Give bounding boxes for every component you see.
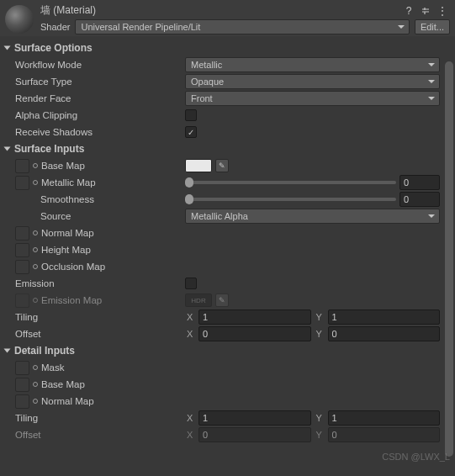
render-face-label: Render Face xyxy=(3,93,185,103)
base-map-picker-icon[interactable] xyxy=(33,163,38,168)
y-label: Y xyxy=(316,430,325,440)
surface-type-label: Surface Type xyxy=(3,77,185,87)
eyedropper-icon[interactable]: ✎ xyxy=(215,159,229,172)
metallic-value-field[interactable]: 0 xyxy=(399,175,440,190)
metallic-map-picker-icon[interactable] xyxy=(33,180,38,185)
menu-icon[interactable]: ⋮ xyxy=(436,5,448,17)
alpha-clipping-label: Alpha Clipping xyxy=(3,110,185,120)
emission-map-picker-icon xyxy=(33,298,38,303)
y-label: Y xyxy=(316,413,325,423)
shader-label: Shader xyxy=(40,22,70,32)
watermark: CSDN @LWX_L xyxy=(382,452,450,462)
x-label: X xyxy=(187,312,195,322)
detail-basemap-texture-slot[interactable] xyxy=(15,378,29,392)
normal-map-texture-slot[interactable] xyxy=(15,226,29,241)
alpha-clipping-checkbox[interactable] xyxy=(185,109,197,121)
offset-label: Offset xyxy=(3,329,185,339)
help-icon[interactable]: ? xyxy=(403,5,415,17)
metallic-map-label: Metallic Map xyxy=(41,177,96,188)
smoothness-value-field[interactable]: 0 xyxy=(399,192,440,207)
tiling-x-field[interactable]: 1 xyxy=(198,309,311,325)
emission-hdr-color: HDR xyxy=(185,294,212,307)
detail-tiling-label: Tiling xyxy=(3,413,185,423)
emission-checkbox[interactable] xyxy=(185,278,197,289)
base-map-label: Base Map xyxy=(41,161,85,171)
tiling-label: Tiling xyxy=(3,312,185,322)
y-label: Y xyxy=(316,312,325,322)
x-label: X xyxy=(187,329,195,339)
foldout-icon xyxy=(4,46,11,50)
shader-dropdown[interactable]: Universal Render Pipeline/Lit xyxy=(75,19,409,34)
eyedropper-icon: ✎ xyxy=(215,294,229,307)
edit-button[interactable]: Edit... xyxy=(415,19,450,34)
offset-y-field[interactable]: 0 xyxy=(328,326,441,341)
workflow-mode-label: Workflow Mode xyxy=(3,60,185,70)
foldout-icon xyxy=(4,349,11,353)
height-map-picker-icon[interactable] xyxy=(33,247,38,252)
foldout-icon xyxy=(4,147,11,151)
x-label: X xyxy=(187,430,195,440)
occlusion-map-picker-icon[interactable] xyxy=(33,264,38,269)
detail-offset-y-field[interactable]: 0 xyxy=(328,427,441,442)
smoothness-label: Smoothness xyxy=(3,194,185,204)
height-map-texture-slot[interactable] xyxy=(15,243,29,257)
metallic-map-texture-slot[interactable] xyxy=(15,176,29,190)
height-map-label: Height Map xyxy=(41,245,91,255)
workflow-mode-dropdown[interactable]: Metallic xyxy=(185,57,440,72)
detail-normalmap-picker-icon[interactable] xyxy=(33,399,38,404)
occlusion-map-texture-slot[interactable] xyxy=(15,260,29,274)
base-map-color[interactable] xyxy=(185,159,212,172)
detail-mask-label: Mask xyxy=(41,362,64,373)
render-face-dropdown[interactable]: Front xyxy=(185,91,440,106)
source-label: Source xyxy=(3,211,185,221)
section-surface-inputs[interactable]: Surface Inputs xyxy=(3,140,440,157)
emission-label: Emission xyxy=(3,278,185,288)
detail-tiling-x-field[interactable]: 1 xyxy=(198,410,311,426)
material-preview-sphere[interactable] xyxy=(5,5,34,34)
metallic-slider[interactable] xyxy=(185,181,396,184)
occlusion-map-label: Occlusion Map xyxy=(41,262,105,272)
detail-basemap-picker-icon[interactable] xyxy=(33,382,38,387)
detail-normalmap-label: Normal Map xyxy=(41,396,94,406)
source-dropdown[interactable]: Metallic Alpha xyxy=(185,209,440,224)
y-label: Y xyxy=(316,329,325,339)
scrollbar[interactable] xyxy=(445,61,453,457)
base-map-texture-slot[interactable] xyxy=(15,159,29,173)
offset-x-field[interactable]: 0 xyxy=(198,326,311,341)
normal-map-label: Normal Map xyxy=(41,228,94,238)
detail-mask-picker-icon[interactable] xyxy=(33,365,38,370)
receive-shadows-label: Receive Shadows xyxy=(3,127,185,137)
smoothness-slider[interactable] xyxy=(185,198,396,201)
detail-mask-texture-slot[interactable] xyxy=(15,361,29,375)
receive-shadows-checkbox[interactable] xyxy=(185,126,197,138)
detail-normalmap-texture-slot[interactable] xyxy=(15,394,29,409)
material-title: 墙 (Material) xyxy=(40,3,96,18)
section-detail-inputs[interactable]: Detail Inputs xyxy=(3,342,440,359)
x-label: X xyxy=(187,413,195,423)
preset-icon[interactable] xyxy=(420,5,431,17)
detail-offset-x-field[interactable]: 0 xyxy=(198,427,311,442)
detail-offset-label: Offset xyxy=(3,430,185,440)
emission-map-label: Emission Map xyxy=(41,295,102,305)
surface-type-dropdown[interactable]: Opaque xyxy=(185,74,440,89)
section-surface-options[interactable]: Surface Options xyxy=(3,40,440,56)
emission-map-texture-slot xyxy=(15,294,29,308)
tiling-y-field[interactable]: 1 xyxy=(328,309,441,325)
detail-basemap-label: Base Map xyxy=(41,379,85,389)
normal-map-picker-icon[interactable] xyxy=(33,230,38,235)
detail-tiling-y-field[interactable]: 1 xyxy=(328,410,441,426)
